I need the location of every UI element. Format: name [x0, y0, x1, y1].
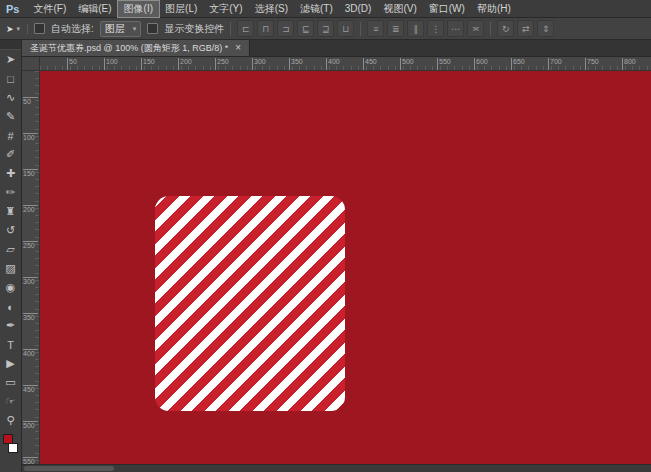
chevron-down-icon: ▾ [133, 23, 137, 35]
chevron-down-icon: ▾ [17, 25, 21, 33]
ruler-label: 50 [67, 58, 77, 70]
foreground-color-swatch[interactable] [3, 434, 13, 444]
gradient-tool-icon[interactable]: ▨ [0, 259, 21, 278]
eraser-tool-icon[interactable]: ▱ [0, 240, 21, 259]
move-tool-icon[interactable]: ➤ [0, 50, 21, 69]
striped-shape[interactable] [155, 196, 345, 411]
ruler-label: 250 [215, 58, 229, 70]
tool-list: ➤□∿✎#✐✚✏♜↺▱▨◉◐✒T▶▭☞⚲ [0, 50, 21, 430]
horizontal-ruler: 5010015020025030035040045050055060065070… [40, 57, 651, 71]
menu-item[interactable]: 视图(V) [377, 1, 422, 17]
dodge-tool-icon[interactable]: ◐ [0, 297, 21, 316]
options-bar: ➤ ▾ 自动选择: 图层 ▾ 显示变换控件 ⊏⊓⊐⊑⊒⊔ ≡≣∥⋮⋯≍ ↻⇄⇕ [0, 18, 651, 40]
menu-item[interactable]: 图像(I) [118, 1, 159, 17]
align-right-edges-icon[interactable]: ⊐ [277, 20, 294, 37]
ruler-label: 150 [23, 169, 38, 177]
spot-healing-brush-tool-icon[interactable]: ✚ [0, 164, 21, 183]
ruler-label: 50 [23, 97, 38, 105]
extra-icon-group: ↻⇄⇕ [497, 20, 554, 37]
crop-tool-icon[interactable]: # [0, 126, 21, 145]
ruler-label: 450 [23, 385, 38, 393]
ruler-label: 750 [585, 58, 599, 70]
separator [490, 22, 491, 36]
app-logo: Ps [0, 3, 27, 15]
distribute-horizontal-centers-icon[interactable]: ⋯ [447, 20, 464, 37]
type-tool-icon[interactable]: T [0, 335, 21, 354]
menu-item[interactable]: 3D(D) [339, 1, 378, 17]
menu-bar: Ps 文件(F)编辑(E)图像(I)图层(L)文字(Y)选择(S)滤镜(T)3D… [0, 0, 651, 18]
ruler-label: 350 [289, 58, 303, 70]
document-tab[interactable]: 圣诞节优惠券.psd @ 100% (圆角矩形 1, RGB/8) * × [22, 40, 250, 56]
align-horizontal-centers-icon[interactable]: ⊓ [257, 20, 274, 37]
ruler-label: 350 [23, 313, 38, 321]
ruler-label: 550 [23, 457, 38, 464]
hand-tool-icon[interactable]: ☞ [0, 392, 21, 411]
menu-item[interactable]: 文字(Y) [203, 1, 248, 17]
vertical-ruler: 50100150200250300350400450500550 [22, 71, 40, 464]
3d-mode-scale-icon[interactable]: ⇕ [537, 20, 554, 37]
distribute-right-edges-icon[interactable]: ≍ [467, 20, 484, 37]
ruler-label: 100 [104, 58, 118, 70]
distribute-top-edges-icon[interactable]: ≡ [367, 20, 384, 37]
align-bottom-edges-icon[interactable]: ⊔ [337, 20, 354, 37]
eyedropper-tool-icon[interactable]: ✐ [0, 145, 21, 164]
blur-tool-icon[interactable]: ◉ [0, 278, 21, 297]
tools-panel-header[interactable] [0, 40, 21, 50]
background-color-swatch[interactable] [8, 443, 18, 453]
quick-selection-tool-icon[interactable]: ✎ [0, 107, 21, 126]
menu-item[interactable]: 编辑(E) [72, 1, 117, 17]
align-top-edges-icon[interactable]: ⊑ [297, 20, 314, 37]
photoshop-window: Ps 文件(F)编辑(E)图像(I)图层(L)文字(Y)选择(S)滤镜(T)3D… [0, 0, 651, 472]
lasso-tool-icon[interactable]: ∿ [0, 88, 21, 107]
shape-tool-icon[interactable]: ▭ [0, 373, 21, 392]
3d-mode-drag-icon[interactable]: ⇄ [517, 20, 534, 37]
ruler-label: 100 [23, 133, 38, 141]
ruler-label: 400 [23, 349, 38, 357]
close-icon[interactable]: × [235, 43, 241, 53]
ruler-label: 600 [474, 58, 488, 70]
menu-item[interactable]: 图层(L) [159, 1, 203, 17]
ruler-label: 800 [622, 58, 636, 70]
document-tab-bar: 圣诞节优惠券.psd @ 100% (圆角矩形 1, RGB/8) * × [22, 40, 651, 57]
align-icon-group: ⊏⊓⊐⊑⊒⊔ [237, 20, 354, 37]
history-brush-tool-icon[interactable]: ↺ [0, 221, 21, 240]
auto-select-checkbox[interactable] [34, 23, 45, 34]
ruler-label: 300 [23, 277, 38, 285]
menu-item[interactable]: 帮助(H) [471, 1, 517, 17]
menu-item[interactable]: 窗口(W) [423, 1, 471, 17]
horizontal-scrollbar-thumb[interactable] [24, 466, 114, 471]
distribute-icon-group: ≡≣∥⋮⋯≍ [367, 20, 484, 37]
distribute-vertical-centers-icon[interactable]: ≣ [387, 20, 404, 37]
zoom-tool-icon[interactable]: ⚲ [0, 411, 21, 430]
ruler-label: 250 [23, 241, 38, 249]
menu-items: 文件(F)编辑(E)图像(I)图层(L)文字(Y)选择(S)滤镜(T)3D(D)… [27, 0, 516, 17]
status-bar [22, 464, 651, 472]
align-vertical-centers-icon[interactable]: ⊒ [317, 20, 334, 37]
show-transform-checkbox[interactable] [147, 23, 158, 34]
auto-align-layers-icon[interactable]: ↻ [497, 20, 514, 37]
ruler-label: 200 [178, 58, 192, 70]
auto-select-target-dropdown[interactable]: 图层 ▾ [100, 21, 142, 37]
ruler-label: 200 [23, 205, 38, 213]
ruler-label: 400 [326, 58, 340, 70]
tool-preset-picker[interactable]: ➤ ▾ [6, 24, 28, 34]
distribute-bottom-edges-icon[interactable]: ∥ [407, 20, 424, 37]
ruler-origin-corner[interactable] [22, 57, 40, 71]
ruler-label: 500 [23, 421, 38, 429]
ruler-label: 650 [511, 58, 525, 70]
show-transform-label: 显示变换控件 [164, 22, 224, 36]
ruler-label: 500 [400, 58, 414, 70]
path-selection-tool-icon[interactable]: ▶ [0, 354, 21, 373]
menu-item[interactable]: 文件(F) [27, 1, 72, 17]
pen-tool-icon[interactable]: ✒ [0, 316, 21, 335]
brush-tool-icon[interactable]: ✏ [0, 183, 21, 202]
rectangular-marquee-tool-icon[interactable]: □ [0, 69, 21, 88]
align-left-edges-icon[interactable]: ⊏ [237, 20, 254, 37]
menu-item[interactable]: 滤镜(T) [294, 1, 339, 17]
menu-item[interactable]: 选择(S) [249, 1, 294, 17]
distribute-left-edges-icon[interactable]: ⋮ [427, 20, 444, 37]
clone-stamp-tool-icon[interactable]: ♜ [0, 202, 21, 221]
ruler-label: 700 [548, 58, 562, 70]
ruler-label: 550 [437, 58, 451, 70]
canvas[interactable] [40, 71, 651, 464]
